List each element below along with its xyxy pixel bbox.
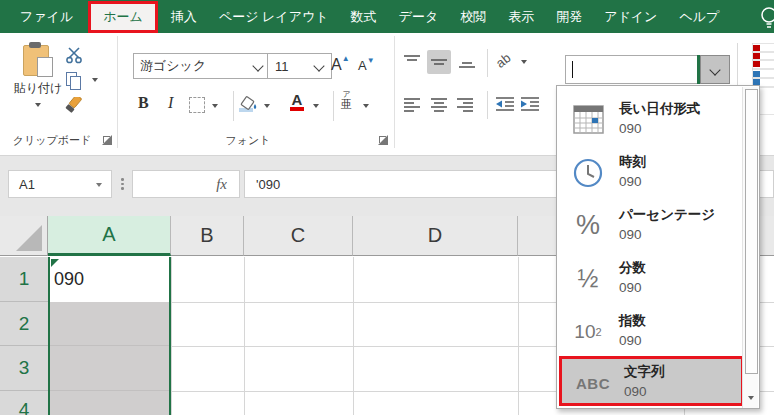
- chevron-down-icon[interactable]: [252, 60, 263, 71]
- italic-button[interactable]: I: [168, 94, 173, 112]
- tab-insert[interactable]: 挿入: [162, 0, 206, 33]
- borders-button[interactable]: [189, 97, 205, 113]
- number-format-combobox[interactable]: [565, 55, 698, 84]
- format-item-fraction[interactable]: ½ 分数 090: [557, 252, 744, 305]
- font-dialog-launcher[interactable]: [377, 134, 388, 145]
- formula-bar-resize-handle[interactable]: [121, 178, 124, 190]
- tab-home[interactable]: ホーム: [88, 1, 158, 33]
- font-color-button[interactable]: A: [290, 92, 304, 111]
- format-item-label: 分数: [619, 259, 646, 277]
- align-right-button[interactable]: [453, 92, 477, 116]
- shrink-font-button[interactable]: A▼: [358, 56, 375, 73]
- formula-text: '090: [256, 177, 280, 192]
- font-name-combobox[interactable]: 游ゴシック: [133, 53, 271, 79]
- fill-color-button[interactable]: [238, 93, 260, 115]
- fill-color-dropdown-arrow-icon[interactable]: [264, 104, 270, 108]
- tab-data[interactable]: データ: [390, 0, 448, 33]
- tab-help[interactable]: ヘルプ: [670, 0, 728, 33]
- exponent-icon: 102: [565, 305, 611, 358]
- column-header-d[interactable]: D: [353, 216, 518, 256]
- row-header-2[interactable]: 2: [0, 302, 48, 346]
- selected-column-a-range: 090: [48, 257, 171, 415]
- exponent-base: 10: [574, 321, 595, 343]
- clipboard-group-label: クリップボード: [0, 133, 104, 148]
- format-item-percentage[interactable]: % パーセンテージ 090: [557, 199, 744, 252]
- align-center-icon: [430, 96, 448, 112]
- align-center-button[interactable]: [427, 92, 451, 116]
- cut-button[interactable]: [62, 45, 86, 65]
- tab-developer[interactable]: 開発: [547, 0, 591, 33]
- row-header-1[interactable]: 1: [0, 257, 48, 302]
- column-header-b[interactable]: B: [171, 216, 244, 256]
- tell-me-lightbulb-icon[interactable]: [756, 4, 774, 33]
- format-item-text[interactable]: ABC 文字列 090: [559, 356, 744, 406]
- number-format-dropdown: 長い日付形式 090 時刻 090 % パーセンテージ 090 ½ 分数 090…: [556, 85, 760, 409]
- row-header-4-label: 4: [19, 399, 30, 415]
- row-header-4[interactable]: 4: [0, 391, 48, 415]
- cell-a3[interactable]: [50, 346, 169, 391]
- grow-font-letter: A: [331, 56, 342, 73]
- copy-dropdown-arrow-icon[interactable]: [92, 78, 98, 82]
- column-header-c[interactable]: C: [244, 216, 353, 256]
- align-left-button[interactable]: [400, 92, 424, 116]
- grow-font-button[interactable]: A▲: [331, 54, 350, 74]
- tab-formulas[interactable]: 数式: [342, 0, 386, 33]
- bold-button[interactable]: B: [138, 94, 149, 112]
- font-size-combobox[interactable]: 11: [267, 53, 332, 79]
- row-header-3-label: 3: [19, 357, 30, 379]
- insert-function-button[interactable]: fx: [132, 170, 240, 198]
- paste-button[interactable]: 貼り付け: [12, 43, 64, 107]
- align-middle-button[interactable]: [427, 50, 451, 74]
- scrollbar-down-button[interactable]: [745, 391, 756, 405]
- row-header-2-label: 2: [19, 313, 30, 335]
- tab-page-layout[interactable]: ページ レイアウト: [210, 0, 338, 33]
- decrease-indent-icon: [495, 96, 515, 112]
- font-name-value: 游ゴシック: [140, 57, 206, 75]
- font-color-dropdown-arrow-icon[interactable]: [313, 104, 319, 108]
- format-painter-brush-icon: [64, 97, 84, 117]
- tab-addins[interactable]: アドイン: [595, 0, 666, 33]
- chevron-down-icon[interactable]: [313, 60, 324, 71]
- format-item-time[interactable]: 時刻 090: [557, 146, 744, 199]
- row-header-1-label: 1: [19, 268, 30, 290]
- number-format-dropdown-button[interactable]: [700, 55, 730, 84]
- name-box[interactable]: A1: [8, 170, 112, 198]
- orientation-button[interactable]: ab: [493, 50, 514, 71]
- tab-view[interactable]: 表示: [499, 0, 543, 33]
- phonetic-dropdown-arrow-icon[interactable]: [363, 104, 369, 108]
- paint-bucket-icon: [239, 95, 259, 114]
- column-header-c-label: C: [291, 224, 305, 247]
- borders-dropdown-arrow-icon[interactable]: [212, 104, 218, 108]
- decrease-indent-button[interactable]: [493, 92, 517, 116]
- bold-letter: B: [138, 94, 149, 111]
- paste-dropdown-arrow-icon[interactable]: [35, 103, 41, 107]
- align-top-button[interactable]: [400, 50, 424, 74]
- format-item-preview: 090: [619, 121, 642, 136]
- cell-a2[interactable]: [50, 302, 169, 346]
- error-indicator-icon[interactable]: [51, 259, 59, 267]
- format-item-long-date[interactable]: 長い日付形式 090: [557, 93, 744, 146]
- column-header-a[interactable]: A: [48, 216, 171, 256]
- format-item-label: 指数: [619, 312, 646, 330]
- select-all-button[interactable]: [0, 216, 48, 256]
- dropdown-scrollbar[interactable]: [742, 87, 758, 408]
- copy-button[interactable]: [62, 70, 86, 90]
- format-item-preview: 090: [619, 280, 642, 295]
- cell-a1[interactable]: 090: [50, 257, 169, 302]
- select-all-triangle-icon: [16, 225, 42, 251]
- name-box-dropdown-arrow-icon[interactable]: [96, 183, 102, 187]
- tab-file[interactable]: ファイル: [9, 0, 84, 33]
- cell-a4[interactable]: [50, 391, 169, 415]
- scrollbar-thumb[interactable]: [745, 89, 758, 374]
- format-painter-button[interactable]: [62, 96, 86, 118]
- orientation-dropdown-arrow-icon[interactable]: [521, 60, 527, 64]
- row-header-3[interactable]: 3: [0, 346, 48, 391]
- align-bottom-button[interactable]: [455, 50, 479, 74]
- phonetic-guide-button[interactable]: ア 亜: [341, 91, 352, 110]
- tab-review[interactable]: 校閲: [451, 0, 495, 33]
- format-item-label: 長い日付形式: [619, 100, 700, 118]
- format-item-scientific[interactable]: 102 指数 090: [557, 305, 744, 358]
- column-header-d-label: D: [428, 224, 442, 247]
- increase-indent-button[interactable]: [518, 92, 542, 116]
- clipboard-dialog-launcher[interactable]: [101, 134, 112, 145]
